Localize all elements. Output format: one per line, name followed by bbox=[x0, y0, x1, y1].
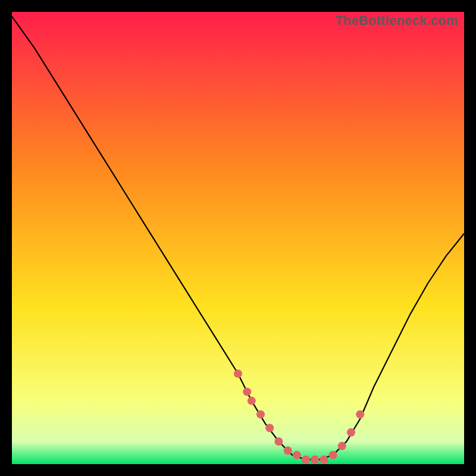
highlight-dot bbox=[338, 442, 346, 450]
highlight-dot bbox=[234, 369, 242, 378]
highlight-dot bbox=[243, 387, 251, 396]
attribution-text: TheBottleneck.com bbox=[336, 13, 458, 29]
gradient-background bbox=[12, 12, 464, 464]
highlight-dot bbox=[248, 397, 256, 405]
highlight-dot bbox=[302, 455, 310, 464]
highlight-dot bbox=[320, 455, 328, 464]
highlight-dot bbox=[329, 451, 337, 459]
highlight-dot bbox=[284, 446, 292, 455]
highlight-dot bbox=[311, 455, 319, 464]
chart-frame: TheBottleneck.com bbox=[12, 12, 464, 464]
highlight-dot bbox=[356, 410, 364, 418]
highlight-dot bbox=[265, 424, 274, 432]
chart-svg bbox=[12, 12, 464, 464]
highlight-dot bbox=[256, 410, 265, 418]
highlight-dot bbox=[347, 428, 355, 437]
highlight-dot bbox=[274, 437, 283, 446]
highlight-dot bbox=[293, 451, 301, 459]
